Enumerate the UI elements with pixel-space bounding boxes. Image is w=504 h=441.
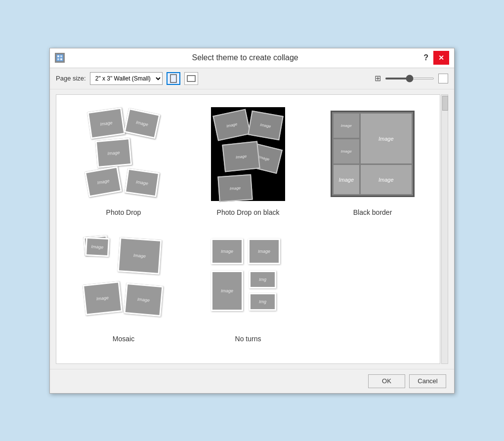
photo-drop-image: Image Image Image Image Image [82,107,166,201]
theme-photo-drop[interactable]: Image Image Image Image Image Photo Drop [66,105,181,216]
toolbar: Page size: 2" x 3" Wallet (Small) ⊞ [50,68,454,89]
black-border-label: Black border [353,208,392,216]
mosaic-photo-2: Image [85,237,110,256]
portrait-button[interactable] [167,72,180,85]
photo-drop-label: Photo Drop [106,208,141,216]
photo-drop-preview: Image Image Image Image Image [74,105,173,203]
pdb-photo-5: Image [217,174,252,202]
pdb-photo-2: Image [248,110,284,140]
mosaic-photo-5: Image [124,282,163,316]
mosaic-photo-3: Image [118,237,162,275]
photo-drop-black-label: Photo Drop on black [217,208,280,216]
view-icons: ⊞ [375,74,381,83]
main-dialog: Select theme to create collage ? ✕ Page … [49,48,455,394]
nt-photo-1: Image [211,239,243,264]
photo-drop-black-preview: Image Image Image Image Image [199,105,297,203]
pdb-photo-3: Image [222,141,260,172]
bb-image: Image Image Image Image Image [331,111,415,197]
bb-cell-4: Image [334,165,359,194]
theme-photo-drop-black[interactable]: Image Image Image Image Image Photo Drop… [191,105,305,216]
pdb-photo-1: Image [212,109,251,141]
nt-photo-3: Image [211,271,243,311]
no-turns-preview: Image Image Image Img Img [199,231,297,330]
content-wrapper: Image Image Image Image Image Photo Drop [56,94,448,364]
title-bar: Select theme to create collage ? ✕ [50,48,454,68]
svg-rect-1 [57,55,59,57]
page-size-label: Page size: [56,75,86,82]
landscape-button[interactable] [184,72,198,85]
svg-rect-4 [60,58,62,60]
ok-button[interactable]: OK [368,374,405,388]
theme-black-border[interactable]: Image Image Image Image Image Black bord… [315,105,430,216]
nt-photo-5: Img [249,293,276,311]
dialog-footer: OK Cancel [50,369,454,393]
pd-photo-3: Image [95,138,132,168]
themes-content: Image Image Image Image Image Photo Drop [56,94,440,364]
theme-no-turns[interactable]: Image Image Image Img Img No turns [191,231,305,343]
mosaic-photo-4: Image [83,281,123,316]
title-bar-controls: ? ✕ [420,51,449,65]
scrollbar-thumb[interactable] [442,96,448,111]
page-size-select[interactable]: 2" x 3" Wallet (Small) [90,72,163,85]
scrollbar-track[interactable] [441,94,448,364]
mosaic-label: Mosaic [113,335,134,343]
cancel-button[interactable]: Cancel [409,374,446,388]
bb-cell-3: Image [334,139,359,163]
bb-cell-5: Image [361,165,412,194]
svg-rect-5 [170,75,176,82]
bb-cell-1: Image [334,114,359,138]
bb-cell-2: Image [361,114,412,163]
svg-rect-2 [60,55,62,57]
close-button[interactable]: ✕ [433,51,449,65]
mosaic-image: Image Image Image Image Image [82,234,166,327]
pd-photo-4: Image [84,166,122,197]
page-view-icon[interactable] [438,74,448,83]
mosaic-preview: Image Image Image Image Image [74,231,173,330]
svg-rect-6 [187,76,195,81]
theme-mosaic[interactable]: Image Image Image Image Image Mosaic [66,231,181,343]
pd-photo-2: Image [124,108,161,138]
pd-photo-5: Image [125,168,160,197]
grid-view-icon[interactable]: ⊞ [375,74,381,83]
help-button[interactable]: ? [420,52,431,63]
svg-rect-3 [57,58,59,60]
pd-photo-1: Image [87,107,126,139]
dialog-title: Select theme to create collage [70,53,420,62]
nt-photo-4: Img [249,271,276,288]
nt-image: Image Image Image Img Img [209,234,288,327]
no-turns-label: No turns [235,335,261,343]
app-icon [55,53,65,63]
pdb-image: Image Image Image Image Image [211,107,285,201]
zoom-slider[interactable] [385,78,434,80]
themes-grid: Image Image Image Image Image Photo Drop [66,105,430,343]
black-border-preview: Image Image Image Image Image [323,105,422,203]
nt-photo-2: Image [248,239,280,264]
